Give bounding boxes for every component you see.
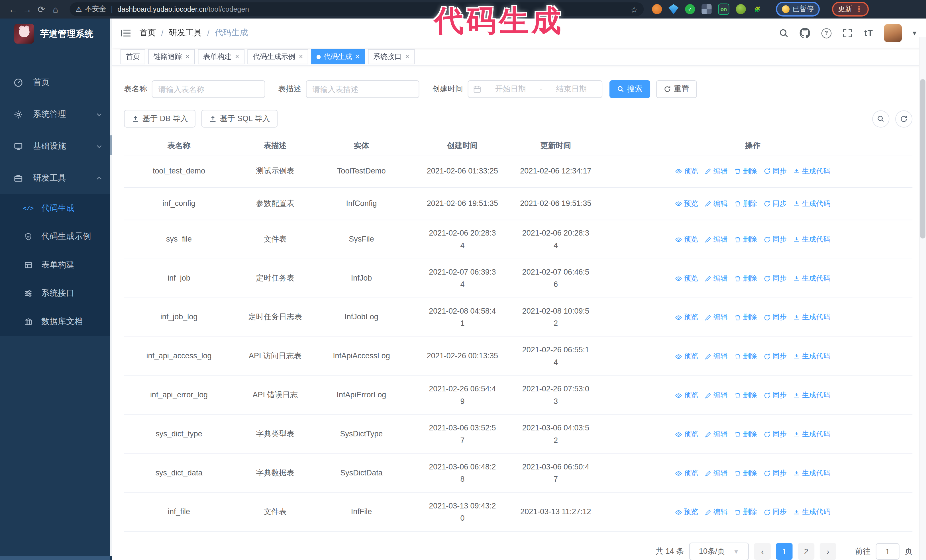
avatar[interactable]: [884, 24, 902, 42]
preview-link[interactable]: 预览: [675, 234, 698, 245]
blue-gem-extension-icon[interactable]: [669, 4, 678, 14]
generate-code-link[interactable]: 生成代码: [793, 199, 831, 208]
delete-link[interactable]: 删除: [734, 199, 757, 208]
reset-button[interactable]: 重置: [656, 80, 697, 98]
edit-link[interactable]: 编辑: [705, 273, 728, 284]
delete-link[interactable]: 删除: [734, 351, 757, 361]
edit-link[interactable]: 编辑: [705, 429, 728, 439]
preview-link[interactable]: 预览: [675, 390, 698, 400]
sql-import-button[interactable]: 基于 SQL 导入: [201, 110, 277, 128]
help-icon[interactable]: ?: [820, 27, 832, 39]
window-scrollbar-thumb[interactable]: [920, 79, 925, 239]
sync-link[interactable]: 同步: [764, 429, 787, 439]
edit-link[interactable]: 编辑: [705, 468, 728, 478]
sync-link[interactable]: 同步: [764, 273, 787, 284]
tab-close-icon[interactable]: ×: [356, 53, 360, 60]
preview-link[interactable]: 预览: [675, 199, 698, 208]
sync-link[interactable]: 同步: [764, 234, 787, 245]
sidebar-item-db-doc[interactable]: 数据库文档: [0, 308, 112, 336]
tab-close-icon[interactable]: ×: [235, 53, 239, 60]
tab-item[interactable]: 链路追踪×: [148, 49, 195, 64]
sync-link[interactable]: 同步: [764, 351, 787, 361]
edit-link[interactable]: 编辑: [705, 312, 728, 322]
app-logo-row[interactable]: 芋道管理系统: [0, 18, 112, 49]
bookmark-star-icon[interactable]: ☆: [630, 5, 638, 14]
sync-link[interactable]: 同步: [764, 312, 787, 322]
delete-link[interactable]: 删除: [734, 429, 757, 439]
sidebar-item-codegen-example[interactable]: 代码生成示例: [0, 222, 112, 251]
delete-link[interactable]: 删除: [734, 166, 757, 176]
paused-extension-badge[interactable]: 已暂停: [776, 2, 820, 17]
green-extension-icon[interactable]: [736, 4, 746, 14]
preview-link[interactable]: 预览: [675, 312, 698, 322]
table-name-input[interactable]: [152, 80, 265, 98]
edit-link[interactable]: 编辑: [705, 507, 728, 517]
tab-item[interactable]: 系统接口×: [368, 49, 415, 64]
sidebar-hscrollbar[interactable]: [0, 556, 110, 560]
browser-update-badge[interactable]: 更新 ⋮: [832, 2, 869, 17]
puzzle-extension-icon[interactable]: 🧩: [752, 4, 763, 14]
preview-link[interactable]: 预览: [675, 166, 698, 176]
caret-down-icon[interactable]: ▼: [911, 30, 918, 37]
refresh-button[interactable]: [895, 110, 912, 127]
generate-code-link[interactable]: 生成代码: [793, 234, 831, 245]
goto-page-input[interactable]: [876, 543, 899, 560]
sidebar-item-home[interactable]: 首页: [0, 66, 112, 98]
generate-code-link[interactable]: 生成代码: [793, 312, 831, 322]
preview-link[interactable]: 预览: [675, 468, 698, 478]
generate-code-link[interactable]: 生成代码: [793, 351, 831, 361]
tab-item[interactable]: 代码生成示例×: [248, 49, 309, 64]
page-size-select[interactable]: 10条/页 ▼: [689, 543, 749, 560]
breadcrumb-devtools[interactable]: 研发工具: [169, 28, 202, 38]
sync-link[interactable]: 同步: [764, 468, 787, 478]
kebab-menu-icon[interactable]: ⋮: [855, 5, 863, 14]
sync-link[interactable]: 同步: [764, 390, 787, 400]
browser-forward-icon[interactable]: →: [20, 2, 34, 16]
browser-reload-icon[interactable]: ⟳: [34, 2, 48, 16]
breadcrumb-home[interactable]: 首页: [139, 28, 156, 38]
edit-link[interactable]: 编辑: [705, 199, 728, 208]
page-button-1[interactable]: 1: [776, 543, 793, 560]
sidebar-item-system-api[interactable]: 系统接口: [0, 279, 112, 307]
delete-link[interactable]: 删除: [734, 507, 757, 517]
edit-link[interactable]: 编辑: [705, 166, 728, 176]
sidebar-item-form-builder[interactable]: 表单构建: [0, 251, 112, 279]
sidebar-item-infra[interactable]: 基础设施: [0, 130, 112, 162]
delete-link[interactable]: 删除: [734, 234, 757, 245]
sidebar-item-devtools[interactable]: 研发工具: [0, 162, 112, 194]
tab-close-icon[interactable]: ×: [186, 53, 190, 60]
delete-link[interactable]: 删除: [734, 273, 757, 284]
sidebar-item-system[interactable]: 系统管理: [0, 98, 112, 130]
preview-link[interactable]: 预览: [675, 429, 698, 439]
preview-link[interactable]: 预览: [675, 507, 698, 517]
preview-link[interactable]: 预览: [675, 273, 698, 284]
github-icon[interactable]: [799, 27, 811, 39]
next-page-button[interactable]: ›: [820, 543, 836, 560]
browser-home-icon[interactable]: ⌂: [48, 2, 63, 16]
generate-code-link[interactable]: 生成代码: [793, 507, 831, 517]
sync-link[interactable]: 同步: [764, 199, 787, 208]
db-import-button[interactable]: 基于 DB 导入: [124, 110, 195, 128]
grid-extension-icon[interactable]: [702, 4, 711, 14]
font-size-icon[interactable]: tT: [863, 27, 875, 39]
sync-link[interactable]: 同步: [764, 507, 787, 517]
tab-item[interactable]: 代码生成×: [311, 49, 365, 64]
tab-close-icon[interactable]: ×: [299, 53, 303, 60]
generate-code-link[interactable]: 生成代码: [793, 468, 831, 478]
generate-code-link[interactable]: 生成代码: [793, 390, 831, 400]
prev-page-button[interactable]: ‹: [754, 543, 771, 560]
delete-link[interactable]: 删除: [734, 468, 757, 478]
page-button-2[interactable]: 2: [798, 543, 814, 560]
date-range-picker[interactable]: 开始日期 - 结束日期: [468, 80, 602, 98]
tab-close-icon[interactable]: ×: [405, 53, 409, 60]
search-icon[interactable]: [778, 27, 790, 39]
sidebar-item-codegen[interactable]: </> 代码生成: [0, 194, 112, 222]
edit-link[interactable]: 编辑: [705, 390, 728, 400]
fullscreen-icon[interactable]: [842, 27, 853, 39]
generate-code-link[interactable]: 生成代码: [793, 273, 831, 284]
sidebar-scrollbar-thumb[interactable]: [110, 135, 112, 155]
hamburger-icon[interactable]: [121, 29, 131, 38]
toggle-search-button[interactable]: [872, 110, 889, 127]
browser-back-icon[interactable]: ←: [6, 2, 20, 16]
tab-item[interactable]: 表单构建×: [198, 49, 244, 64]
